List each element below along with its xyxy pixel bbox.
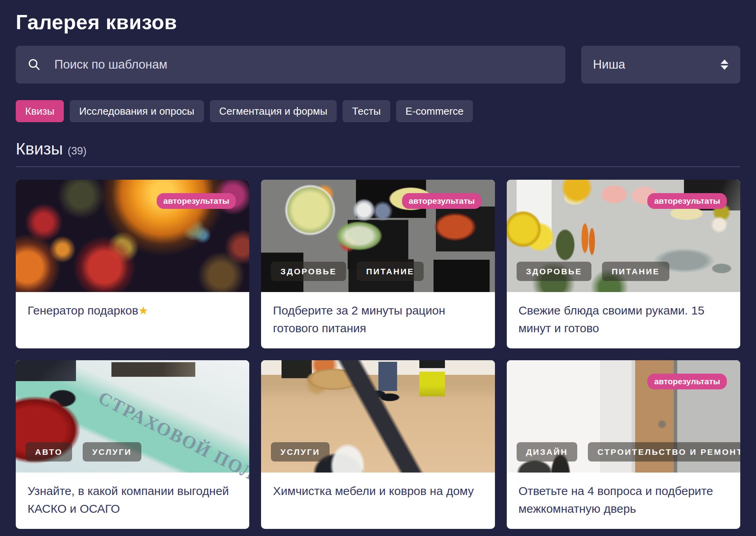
card-title: Химчистка мебели и ковров на дому — [273, 482, 483, 500]
quiz-card[interactable]: СТРАХОВОЙ ПОЛИС АВТОУСЛУГИ Узнайте, в ка… — [16, 360, 249, 529]
category-tab[interactable]: Тесты — [343, 100, 390, 122]
niche-select[interactable]: Ниша — [581, 46, 740, 84]
autoresults-badge: авторезультаты — [647, 193, 727, 209]
quiz-card[interactable]: авторезультаты ДИЗАЙНСТРОИТЕЛЬСТВО И РЕМ… — [507, 360, 740, 529]
autoresults-badge: авторезультаты — [647, 374, 727, 389]
card-content: Подберите за 2 минуты рацион готового пи… — [261, 292, 495, 348]
search-icon — [28, 58, 41, 71]
niche-select-value: Ниша — [593, 58, 625, 72]
card-image: авторезультаты ЗДОРОВЬЕПИТАНИЕ — [507, 180, 740, 292]
quiz-card[interactable]: авторезультаты ЗДОРОВЬЕПИТАНИЕ Свежие бл… — [507, 180, 740, 348]
quiz-card-grid: авторезультаты Генератор подарков★ автор… — [16, 180, 740, 529]
section-head: Квизы (39) — [16, 140, 740, 158]
card-tag: АВТО — [26, 442, 72, 462]
category-tab[interactable]: Квизы — [16, 100, 64, 122]
autoresults-badge: авторезультаты — [402, 193, 482, 209]
section-divider — [16, 166, 740, 167]
star-emoji: ★ — [138, 304, 148, 317]
card-tag: ДИЗАЙН — [517, 442, 578, 462]
quiz-gallery-page: Галерея квизов Ниша КвизыИсследования и … — [0, 0, 756, 529]
card-image: авторезультаты ЗДОРОВЬЕПИТАНИЕ — [261, 180, 495, 292]
card-content: Ответьте на 4 вопроса и подберите межком… — [507, 473, 740, 529]
card-image: авторезультаты — [16, 180, 249, 292]
page-title: Галерея квизов — [16, 10, 740, 34]
card-tag: УСЛУГИ — [271, 442, 330, 462]
category-tabs: КвизыИсследования и опросыСегментация и … — [16, 100, 740, 122]
card-image: авторезультаты ДИЗАЙНСТРОИТЕЛЬСТВО И РЕМ… — [507, 360, 740, 473]
card-tag: СТРОИТЕЛЬСТВО И РЕМОНТ — [588, 442, 740, 462]
card-tags: ЗДОРОВЬЕПИТАНИЕ — [271, 262, 424, 281]
card-title: Подберите за 2 минуты рацион готового пи… — [273, 302, 483, 337]
card-tag: ЗДОРОВЬЕ — [517, 262, 592, 281]
quiz-card[interactable]: авторезультаты ЗДОРОВЬЕПИТАНИЕ Подберите… — [261, 180, 495, 348]
section-count: (39) — [68, 145, 87, 157]
card-content: Химчистка мебели и ковров на дому — [261, 473, 495, 529]
card-content: Свежие блюда своими руками. 15 минут и г… — [507, 292, 740, 348]
search-input[interactable] — [54, 58, 554, 72]
card-tags: УСЛУГИ — [271, 442, 330, 462]
card-tag: ПИТАНИЕ — [357, 262, 424, 281]
card-title: Ответьте на 4 вопроса и подберите межком… — [519, 482, 728, 517]
autoresults-badge: авторезультаты — [157, 193, 236, 209]
sort-arrows-icon — [721, 60, 728, 70]
section-title: Квизы — [16, 140, 63, 158]
card-tags: ДИЗАЙНСТРОИТЕЛЬСТВО И РЕМОНТ — [517, 442, 740, 462]
card-image: СТРАХОВОЙ ПОЛИС АВТОУСЛУГИ — [16, 360, 249, 473]
category-tab[interactable]: Исследования и опросы — [70, 100, 204, 122]
category-tab[interactable]: E-commerce — [396, 100, 473, 122]
card-image: УСЛУГИ — [261, 360, 495, 473]
card-content: Генератор подарков★ — [16, 292, 249, 348]
card-tag: УСЛУГИ — [83, 442, 141, 462]
card-tags: ЗДОРОВЬЕПИТАНИЕ — [517, 262, 669, 281]
category-tab[interactable]: Сегментация и формы — [210, 100, 337, 122]
quiz-card[interactable]: авторезультаты Генератор подарков★ — [16, 180, 249, 348]
card-tag: ПИТАНИЕ — [602, 262, 669, 281]
search-bar[interactable] — [16, 46, 565, 84]
search-row: Ниша — [16, 46, 740, 84]
card-title: Узнайте, в какой компании выгодней КАСКО… — [28, 482, 237, 517]
card-tag: ЗДОРОВЬЕ — [271, 262, 346, 281]
card-title: Свежие блюда своими руками. 15 минут и г… — [519, 302, 728, 337]
card-content: Узнайте, в какой компании выгодней КАСКО… — [16, 473, 249, 529]
card-tags: АВТОУСЛУГИ — [26, 442, 141, 462]
card-title: Генератор подарков★ — [28, 302, 237, 319]
quiz-card[interactable]: УСЛУГИ Химчистка мебели и ковров на дому — [261, 360, 495, 529]
